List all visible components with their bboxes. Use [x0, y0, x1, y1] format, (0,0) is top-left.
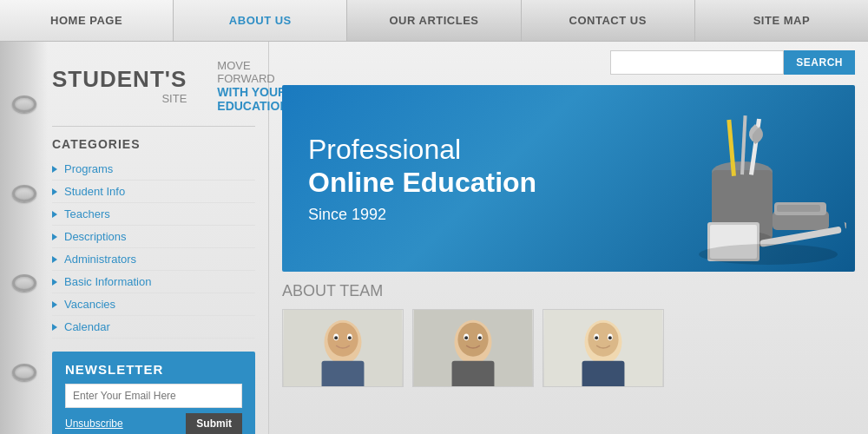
- arrow-icon: [52, 279, 57, 286]
- about-bold: ABOUT: [282, 282, 336, 299]
- svg-point-24: [457, 323, 488, 357]
- hero-banner: Professional Online Education Since 1992: [282, 85, 855, 272]
- arrow-icon: [52, 256, 57, 263]
- svg-point-36: [608, 336, 612, 339]
- logo-name: STUDENT'S: [52, 66, 187, 92]
- svg-point-35: [595, 336, 598, 339]
- newsletter-footer: Unsubscribe Submit: [65, 413, 242, 434]
- arrow-icon: [52, 301, 57, 308]
- svg-point-13: [699, 244, 838, 265]
- binder-rings: [0, 42, 48, 434]
- arrow-icon: [52, 211, 57, 218]
- about-title: ABOUT TEAM: [282, 282, 855, 300]
- person-svg-2: [413, 310, 533, 386]
- person-svg-3: [543, 310, 663, 386]
- category-student-info[interactable]: Student Info: [52, 181, 255, 203]
- svg-point-32: [588, 323, 618, 357]
- arrow-icon: [52, 166, 57, 173]
- category-calendar[interactable]: Calendar: [52, 316, 255, 339]
- arrow-icon: [52, 233, 57, 240]
- search-area: SEARCH: [610, 50, 855, 75]
- category-descriptions[interactable]: Descriptions: [52, 226, 255, 248]
- hero-image: [595, 85, 855, 272]
- navigation: HOME PAGE ABOUT US OUR ARTICLES CONTACT …: [0, 0, 868, 42]
- svg-rect-29: [452, 361, 495, 386]
- category-teachers[interactable]: Teachers: [52, 203, 255, 226]
- logo-area: STUDENT'S SITE MOVE FORWARD WITH YOUR ED…: [52, 50, 255, 127]
- search-button[interactable]: SEARCH: [784, 50, 855, 75]
- arrow-icon: [52, 324, 57, 331]
- svg-rect-37: [582, 361, 625, 386]
- newsletter-title: NEWSLETTER: [65, 362, 242, 377]
- unsubscribe-link[interactable]: Unsubscribe: [65, 418, 123, 430]
- content-area: SEARCH Professional Online Education Sin…: [269, 42, 868, 434]
- team-photos: [282, 309, 855, 387]
- ring-3: [12, 274, 36, 292]
- category-programs[interactable]: Programs: [52, 158, 255, 181]
- hero-line1: Professional: [308, 133, 536, 166]
- arrow-icon: [52, 188, 57, 195]
- team-photo-3: [542, 309, 664, 387]
- svg-marker-12: [845, 221, 846, 229]
- category-basic-info[interactable]: Basic Information: [52, 271, 255, 293]
- team-photo-1: [282, 309, 404, 387]
- hero-text: Professional Online Education Since 1992: [282, 111, 562, 247]
- nav-about[interactable]: ABOUT US: [174, 0, 347, 41]
- svg-point-28: [478, 336, 482, 339]
- svg-point-16: [327, 323, 358, 357]
- about-normal: TEAM: [336, 282, 384, 299]
- ring-4: [12, 364, 36, 381]
- logo-text-block: STUDENT'S SITE: [52, 67, 187, 105]
- ring-2: [12, 185, 36, 202]
- nav-home[interactable]: HOME PAGE: [0, 0, 174, 41]
- category-administrators[interactable]: Administrators: [52, 248, 255, 271]
- svg-rect-8: [777, 205, 820, 212]
- main-area: STUDENT'S SITE MOVE FORWARD WITH YOUR ED…: [0, 42, 868, 434]
- svg-rect-21: [322, 361, 365, 386]
- svg-point-19: [334, 336, 338, 339]
- newsletter-submit-button[interactable]: Submit: [186, 413, 242, 434]
- categories-title: CATEGORIES: [52, 137, 255, 151]
- about-section: ABOUT TEAM: [282, 282, 855, 387]
- svg-point-27: [464, 336, 468, 339]
- nav-articles[interactable]: OUR ARTICLES: [347, 0, 521, 41]
- nav-contact[interactable]: CONTACT US: [522, 0, 695, 41]
- content-header: SEARCH: [282, 50, 855, 75]
- ring-1: [12, 95, 36, 113]
- desk-illustration: [603, 94, 846, 267]
- team-photo-2: [412, 309, 534, 387]
- nav-sitemap[interactable]: SITE MAP: [695, 0, 868, 41]
- logo-sub: SITE: [52, 92, 187, 105]
- category-vacancies[interactable]: Vacancies: [52, 293, 255, 316]
- search-input[interactable]: [610, 50, 784, 75]
- hero-line2: Online Education: [308, 166, 536, 199]
- hero-line3: Since 1992: [308, 206, 536, 224]
- newsletter-box: NEWSLETTER Unsubscribe Submit: [52, 352, 255, 434]
- newsletter-email-input[interactable]: [65, 384, 242, 408]
- person-svg-1: [283, 310, 403, 386]
- svg-point-20: [348, 336, 352, 339]
